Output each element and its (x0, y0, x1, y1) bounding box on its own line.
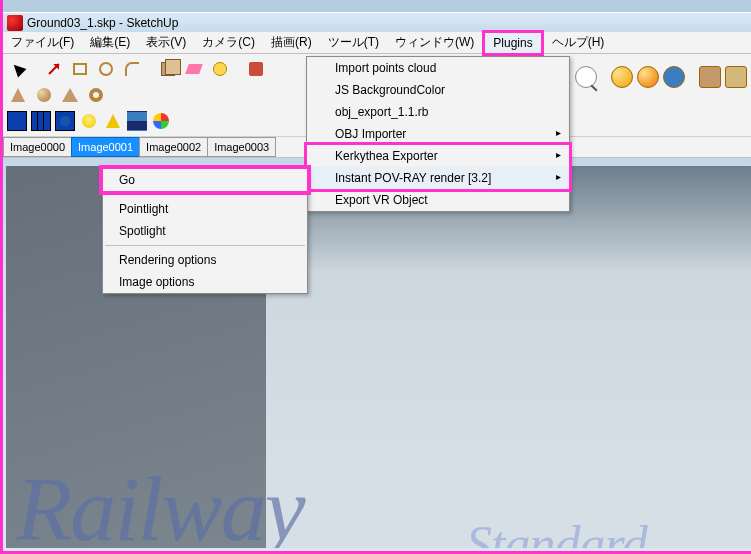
menu-tools[interactable]: ツール(T) (320, 31, 387, 54)
plugin-icon-bulb[interactable] (79, 111, 99, 131)
tool-paint-bucket[interactable] (245, 58, 267, 80)
globe-icon-2[interactable] (637, 66, 659, 88)
scene-tab-0[interactable]: Image0000 (3, 137, 72, 157)
plugins-item-import-points[interactable]: Import points cloud (307, 57, 569, 79)
povray-item-go[interactable]: Go (103, 169, 307, 191)
shape-torus[interactable] (85, 84, 107, 106)
menu-plugins[interactable]: Plugins (482, 30, 543, 56)
shape-sphere[interactable] (33, 84, 55, 106)
menu-separator (105, 245, 305, 246)
scene-tab-1[interactable]: Image0001 (71, 137, 140, 157)
scene-tab-2[interactable]: Image0002 (139, 137, 208, 157)
plugins-item-bgcolor[interactable]: JS BackgroundColor (307, 79, 569, 101)
tool-arc[interactable] (121, 58, 143, 80)
plugin-icon-1[interactable] (7, 111, 27, 131)
plugin-icon-cone[interactable] (103, 111, 123, 131)
globe-icon-1[interactable] (611, 66, 633, 88)
titlebar: Ground03_1.skp - SketchUp (3, 12, 751, 32)
globe-icon-3[interactable] (663, 66, 685, 88)
menu-file[interactable]: ファイル(F) (3, 31, 82, 54)
scene-tab-3[interactable]: Image0003 (207, 137, 276, 157)
plugin-icon-dual[interactable] (127, 111, 147, 131)
plugin-icon-3[interactable] (55, 111, 75, 131)
tool-pencil[interactable] (43, 58, 65, 80)
povray-submenu: Go Pointlight Spotlight Rendering option… (102, 168, 308, 294)
tool-push-pull[interactable] (157, 58, 179, 80)
menu-help[interactable]: ヘルプ(H) (544, 31, 613, 54)
watermark-main: Railway (16, 456, 304, 548)
window-title: Ground03_1.skp - SketchUp (27, 16, 178, 30)
menu-camera[interactable]: カメラ(C) (194, 31, 263, 54)
tool-zoom[interactable] (575, 66, 597, 88)
povray-item-spotlight[interactable]: Spotlight (103, 220, 307, 242)
app-icon (7, 15, 23, 31)
plugins-item-objexport[interactable]: obj_export_1.1.rb (307, 101, 569, 123)
plugins-item-objimporter[interactable]: OBJ Importer (307, 123, 569, 145)
tool-select-arrow[interactable] (7, 58, 29, 80)
tool-tape-measure[interactable] (209, 58, 231, 80)
menu-edit[interactable]: 編集(E) (82, 31, 138, 54)
tool-eraser[interactable] (183, 58, 205, 80)
povray-item-rendering-options[interactable]: Rendering options (103, 249, 307, 271)
shape-cone[interactable] (7, 84, 29, 106)
tool-rectangle[interactable] (69, 58, 91, 80)
toolbar-right (575, 66, 747, 88)
plugins-item-povray[interactable]: Instant POV-RAY render [3.2] (307, 167, 569, 189)
plugin-icon-palette[interactable] (151, 111, 171, 131)
plugin-icon-2[interactable] (31, 111, 51, 131)
povray-item-image-options[interactable]: Image options (103, 271, 307, 293)
menu-separator (105, 194, 305, 195)
menubar: ファイル(F) 編集(E) 表示(V) カメラ(C) 描画(R) ツール(T) … (3, 32, 751, 54)
box-icon-1[interactable] (699, 66, 721, 88)
menu-view[interactable]: 表示(V) (138, 31, 194, 54)
watermark-sub: Standard (466, 515, 647, 548)
menu-window[interactable]: ウィンドウ(W) (387, 31, 482, 54)
povray-item-pointlight[interactable]: Pointlight (103, 198, 307, 220)
shape-pyramid[interactable] (59, 84, 81, 106)
plugins-dropdown: Import points cloud JS BackgroundColor o… (306, 56, 570, 212)
plugins-item-exportvr[interactable]: Export VR Object (307, 189, 569, 211)
plugins-item-kerkythea[interactable]: Kerkythea Exporter (307, 145, 569, 167)
menu-draw[interactable]: 描画(R) (263, 31, 320, 54)
box-icon-2[interactable] (725, 66, 747, 88)
tool-circle[interactable] (95, 58, 117, 80)
